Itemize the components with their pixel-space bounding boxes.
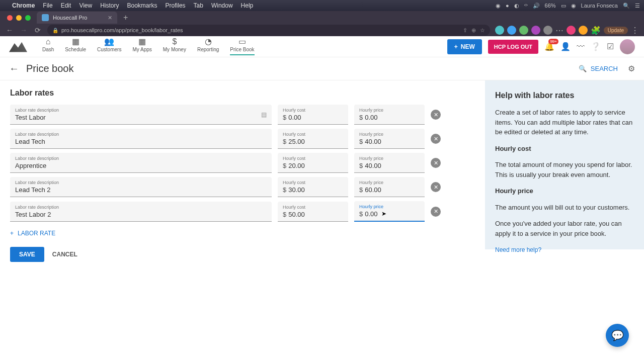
tab-close-icon[interactable]: ✕ (108, 15, 112, 21)
hourly-price-input[interactable] (365, 185, 420, 195)
cancel-button[interactable]: CANCEL (52, 251, 77, 258)
status-icon[interactable]: ● (506, 3, 509, 9)
nav-reporting[interactable]: ◔Reporting (197, 38, 219, 55)
nav-dash[interactable]: ⌂Dash (42, 38, 54, 55)
status-icon[interactable]: ◐ (514, 3, 519, 9)
hourly-price-input[interactable] (365, 137, 420, 146)
housecall-logo-icon[interactable] (9, 41, 27, 52)
browser-menu-icon[interactable]: ⋮ (631, 26, 639, 35)
hourly-price-field[interactable]: Hourly price $ (354, 201, 425, 222)
hourly-price-input[interactable] (365, 161, 420, 170)
extension-icon[interactable] (519, 26, 528, 35)
hourly-price-field[interactable]: Hourly price $ (354, 177, 425, 197)
menu-history[interactable]: History (100, 2, 119, 9)
wifi-icon[interactable]: ⌔ (524, 3, 528, 9)
menu-profiles[interactable]: Profiles (166, 2, 186, 9)
user-avatar[interactable] (620, 39, 635, 54)
settings-icon[interactable]: ⚙ (628, 64, 635, 73)
description-field[interactable]: Labor rate description (10, 129, 272, 149)
checklist-icon[interactable]: ☑ (607, 42, 614, 51)
hourly-price-input[interactable] (365, 209, 420, 219)
hourly-price-field[interactable]: Hourly price $ (354, 153, 425, 173)
menu-edit[interactable]: Edit (61, 2, 71, 9)
hourly-price-input[interactable] (365, 113, 420, 122)
description-input[interactable] (15, 113, 267, 122)
remove-rate-button[interactable]: ✕ (431, 134, 441, 144)
description-input[interactable] (15, 137, 267, 146)
minimize-window-button[interactable] (16, 15, 22, 21)
hourly-cost-field[interactable]: Hourly cost $ (278, 202, 348, 222)
menu-window[interactable]: Window (211, 2, 233, 9)
menu-tab[interactable]: Tab (194, 2, 203, 9)
menu-help[interactable]: Help (241, 2, 254, 9)
status-icon[interactable]: ◉ (496, 3, 501, 9)
hourly-cost-input[interactable] (288, 210, 343, 219)
help-icon[interactable]: ❔ (591, 42, 601, 51)
bookmark-icon[interactable]: ☆ (480, 27, 485, 34)
volume-icon[interactable]: 🔊 (533, 3, 540, 9)
screenshare-icon[interactable]: ◉ (571, 3, 576, 9)
extension-icon[interactable] (531, 26, 540, 35)
more-extensions-icon[interactable]: ⋯ (555, 26, 564, 35)
description-field[interactable]: Labor rate description (10, 202, 272, 222)
activity-icon[interactable]: 〰 (577, 42, 585, 51)
close-window-button[interactable] (7, 15, 13, 21)
hourly-cost-input[interactable] (288, 185, 343, 195)
hourly-cost-field[interactable]: Hourly cost $ (278, 177, 348, 197)
description-input[interactable] (15, 210, 267, 219)
extension-icon[interactable] (495, 26, 504, 35)
hourly-cost-input[interactable] (288, 161, 343, 170)
battery-icon[interactable]: ▭ (561, 3, 566, 9)
hourly-price-field[interactable]: Hourly price $ (354, 105, 425, 125)
nav-schedule[interactable]: ▦Schedule (65, 38, 86, 55)
new-button[interactable]: +NEW (447, 39, 482, 54)
save-button[interactable]: SAVE (10, 247, 44, 262)
browser-tab[interactable]: Housecall Pro ✕ (37, 12, 117, 24)
hourly-price-field[interactable]: Hourly price $ (354, 129, 425, 149)
back-arrow-icon[interactable]: ← (9, 63, 19, 74)
user-name[interactable]: Laura Fonseca (581, 3, 618, 9)
description-field[interactable]: Labor rate description (10, 153, 272, 173)
forward-button[interactable]: → (19, 26, 28, 34)
nav-my-apps[interactable]: ▦My Apps (132, 38, 151, 55)
logout-button[interactable]: HCP LOG OUT (488, 40, 538, 54)
description-field[interactable]: Labor rate description ▤ (10, 105, 272, 125)
remove-rate-button[interactable]: ✕ (431, 110, 441, 120)
notification-icon[interactable]: 🔔99+ (544, 42, 554, 51)
nav-customers[interactable]: 👥Customers (97, 38, 121, 55)
user-icon[interactable]: 👤 (560, 42, 571, 51)
remove-rate-button[interactable]: ✕ (431, 182, 441, 192)
update-button[interactable]: Update (604, 27, 628, 34)
remove-rate-button[interactable]: ✕ (431, 207, 441, 217)
help-link[interactable]: Need more help? (495, 246, 541, 253)
maximize-window-button[interactable] (25, 15, 31, 21)
remove-rate-button[interactable]: ✕ (431, 158, 441, 168)
hourly-cost-field[interactable]: Hourly cost $ (278, 129, 348, 149)
nav-my-money[interactable]: $My Money (163, 38, 186, 55)
add-labor-rate-button[interactable]: + LABOR RATE (10, 230, 475, 237)
search-button[interactable]: 🔍 SEARCH (579, 65, 618, 72)
share-icon[interactable]: ⇪ (463, 27, 467, 34)
menu-bookmarks[interactable]: Bookmarks (127, 2, 157, 9)
description-input[interactable] (15, 161, 267, 170)
hourly-cost-input[interactable] (288, 113, 343, 122)
hourly-cost-field[interactable]: Hourly cost $ (278, 105, 348, 125)
extension-icon[interactable] (507, 26, 516, 35)
hourly-cost-field[interactable]: Hourly cost $ (278, 153, 348, 173)
new-tab-button[interactable]: + (120, 13, 131, 22)
extension-icon[interactable] (579, 26, 588, 35)
spotlight-icon[interactable]: 🔍 (623, 3, 630, 9)
reload-button[interactable]: ⟳ (33, 26, 42, 34)
menu-view[interactable]: View (79, 2, 92, 9)
hourly-cost-input[interactable] (288, 137, 343, 146)
description-input[interactable] (15, 185, 267, 195)
description-field[interactable]: Labor rate description (10, 177, 272, 197)
menubar-app-name[interactable]: Chrome (12, 2, 35, 9)
extension-icon[interactable] (543, 26, 552, 35)
nav-price-book[interactable]: ▭Price Book (230, 38, 254, 55)
control-center-icon[interactable]: ☰ (635, 3, 640, 9)
address-bar[interactable]: 🔒 pro.housecallpro.com/app/price_book/la… (47, 25, 490, 36)
menu-file[interactable]: File (43, 2, 52, 9)
document-icon[interactable]: ▤ (261, 111, 267, 118)
back-button[interactable]: ← (5, 26, 14, 34)
